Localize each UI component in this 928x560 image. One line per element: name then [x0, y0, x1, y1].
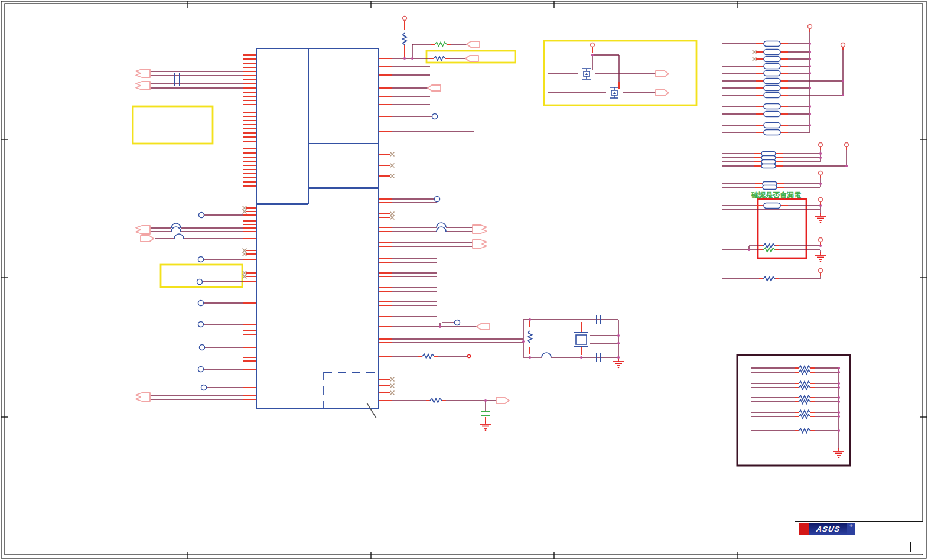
- power-node-icon: [819, 171, 823, 175]
- ferrite-bead-icon: [764, 112, 780, 117]
- net-circle-icon: [199, 213, 204, 218]
- asus-logo-blue-block: ®: [847, 523, 855, 535]
- junction-dot: [529, 356, 531, 359]
- junction-dot: [617, 342, 620, 344]
- junction-dot: [809, 65, 811, 67]
- highlight-box: [133, 106, 213, 144]
- power-node-icon: [468, 355, 471, 358]
- junction-dot: [580, 356, 582, 359]
- ferrite-bead-icon: [764, 50, 780, 55]
- junction-dot: [838, 386, 840, 389]
- ferrite-bead-icon: [764, 130, 780, 135]
- title-block-divider: [809, 542, 809, 552]
- asus-logo-red-block: [799, 523, 809, 535]
- offpage-connector-icon: [477, 324, 490, 330]
- power-node-icon: [845, 143, 849, 147]
- net-circle-icon: [198, 301, 204, 306]
- offpage-connector-icon: [473, 240, 487, 248]
- ferrite-bead-icon: [764, 41, 780, 47]
- mosfet-arrow: [585, 73, 588, 75]
- net-circle-icon: [200, 345, 205, 350]
- title-block-divider: [795, 542, 923, 542]
- resistor-icon: [434, 57, 445, 61]
- asus-logo-text: ASUS: [816, 525, 841, 533]
- junction-dot: [838, 415, 840, 418]
- ferrite-bead-icon: [764, 57, 780, 62]
- junction-dot: [809, 113, 811, 115]
- net-circle-icon: [198, 322, 204, 327]
- asus-logo-wordmark: ASUS: [809, 523, 847, 535]
- resistor-icon: [763, 248, 775, 252]
- resistor-icon: [422, 354, 434, 359]
- ferrite-bead-icon: [764, 71, 780, 76]
- junction-dot: [617, 356, 620, 359]
- offpage-connector-icon: [136, 226, 150, 234]
- resistor-icon: [430, 399, 442, 403]
- junction-dot: [845, 165, 848, 167]
- schematic-canvas: 確認是否會漏電: [0, 0, 928, 560]
- junction-dot: [842, 80, 844, 82]
- title-block: ASUS ®: [795, 521, 923, 554]
- junction-dot: [809, 43, 811, 45]
- junction-dot: [838, 371, 840, 373]
- junction-dot: [838, 396, 840, 399]
- title-block-divider: [910, 542, 911, 552]
- junction-dot: [819, 157, 822, 159]
- junction-dot: [838, 411, 840, 414]
- junction-dot: [819, 152, 822, 155]
- offpage-connector-icon: [136, 393, 150, 401]
- page: { "colors": { "wire": "#7a2145", "pin": …: [0, 0, 928, 560]
- junction-dot: [809, 105, 811, 108]
- ferrite-bead-icon: [761, 164, 776, 168]
- junction-dot: [617, 334, 620, 337]
- ferrite-bead-icon: [764, 93, 780, 98]
- offpage-connector-icon: [473, 225, 487, 233]
- resistor-icon: [799, 429, 810, 433]
- junction-dot: [591, 54, 594, 56]
- junction-dot: [484, 399, 487, 402]
- leakage-annotation: 確認是否會漏電: [751, 191, 802, 199]
- power-node-icon: [819, 198, 823, 202]
- resistor-icon: [435, 43, 447, 47]
- net-circle-icon: [197, 279, 203, 285]
- title-block-divider: [870, 552, 870, 555]
- junction-dot: [838, 367, 840, 369]
- offpage-connector-icon: [141, 236, 154, 242]
- ic-block-outline: [256, 48, 379, 409]
- title-block-divider: [795, 536, 923, 536]
- schematic-sheet: 確認是否會漏電 ASUS ®: [0, 0, 928, 560]
- junction-dot: [819, 183, 822, 185]
- junction-dot: [403, 57, 406, 60]
- junction-dot: [522, 340, 525, 343]
- net-circle-icon: [201, 385, 207, 390]
- title-block-divider: [795, 552, 923, 552]
- ferrite-bead-icon: [761, 152, 776, 156]
- ferrite-bead-icon: [764, 79, 780, 84]
- junction-dot: [411, 57, 413, 60]
- junction-dot: [809, 124, 811, 126]
- resistor-icon: [403, 33, 407, 45]
- offpage-connector-icon: [656, 90, 669, 96]
- offpage-connector-icon: [136, 69, 150, 77]
- offpage-connector-icon: [656, 71, 669, 77]
- resistor-icon: [528, 331, 532, 343]
- offpage-connector-icon: [496, 398, 509, 403]
- junction-dot: [838, 382, 840, 385]
- power-node-icon: [591, 43, 595, 47]
- resistor-icon: [799, 386, 810, 390]
- junction-dot: [809, 72, 811, 74]
- junction-dot: [809, 58, 811, 60]
- highlight-box: [737, 355, 850, 465]
- highlight-box: [544, 41, 696, 105]
- junction-dot: [748, 249, 750, 251]
- power-node-icon: [819, 238, 823, 242]
- net-circle-icon: [198, 367, 204, 372]
- net-circle-icon: [455, 320, 460, 325]
- junction-dot: [529, 318, 531, 321]
- ferrite-bead-icon: [764, 123, 780, 128]
- resistor-icon: [763, 277, 775, 281]
- net-circle-icon: [435, 197, 440, 202]
- ferrite-bead-icon: [761, 160, 776, 164]
- offpage-connector-icon: [465, 56, 478, 61]
- power-node-icon: [819, 269, 823, 273]
